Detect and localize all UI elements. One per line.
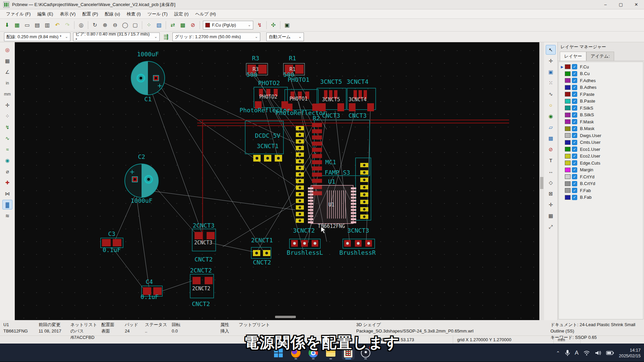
layer-row-eco1-user[interactable]: ✓Eco1.User: [559, 146, 643, 153]
layer-visibility-checkbox[interactable]: ✓: [572, 181, 577, 186]
ratsnest-visibility-icon[interactable]: ⁘: [2, 111, 12, 121]
layer-visibility-checkbox[interactable]: ✓: [572, 92, 577, 97]
menu-item-4[interactable]: 配線 (u): [101, 10, 123, 18]
layer-visibility-checkbox[interactable]: ✓: [572, 160, 577, 166]
layer-visibility-checkbox[interactable]: ✓: [572, 167, 577, 173]
layer-row-b-fab[interactable]: ✓B.Fab: [559, 194, 643, 201]
grid-select[interactable]: グリッド: 1.2700 mm (50.00 mils) ⌄: [172, 33, 260, 41]
layer-color-swatch[interactable]: [565, 140, 571, 145]
highlight-net-button[interactable]: ↯: [255, 20, 264, 30]
wifi-icon[interactable]: [583, 350, 590, 356]
cursor-shape-icon[interactable]: ✛: [2, 100, 12, 110]
menu-item-3[interactable]: 配置 (P): [79, 10, 101, 18]
layer-color-swatch[interactable]: [565, 64, 571, 69]
layer-row-f-silks[interactable]: ✓F.SilkS: [559, 105, 643, 112]
footprint-mode-button[interactable]: ⁘: [144, 20, 154, 30]
menu-item-1[interactable]: 編集 (E): [34, 10, 56, 18]
layer-row-f-mask[interactable]: ✓F.Mask: [559, 118, 643, 125]
dimension-tool-icon[interactable]: ↔: [546, 167, 556, 176]
layer-visibility-checkbox[interactable]: ✓: [572, 140, 577, 145]
menu-item-5[interactable]: 検査 (I): [123, 10, 144, 18]
layer-color-swatch[interactable]: [565, 188, 571, 193]
drc-button[interactable]: ⊘: [188, 20, 198, 30]
route-track-tool-icon[interactable]: ∿: [546, 89, 556, 99]
via-size-select[interactable]: ビア: 0.80 / 0.40 mm (31.5 / 15.7 mils) * …: [73, 33, 160, 41]
high-contrast-icon[interactable]: ▓: [2, 200, 12, 209]
layer-color-swatch[interactable]: [565, 168, 571, 172]
menu-item-8[interactable]: ヘルプ (H): [192, 10, 219, 18]
highlight-net-tool-icon[interactable]: ✛: [546, 56, 556, 66]
layer-row-dwgs-user[interactable]: ✓Dwgs.User: [559, 132, 643, 139]
layer-color-swatch[interactable]: [565, 106, 571, 110]
save-button[interactable]: ⬇: [2, 20, 12, 30]
layer-color-swatch[interactable]: [565, 195, 571, 200]
track-display-icon[interactable]: ⋈: [2, 189, 12, 198]
via-display-icon[interactable]: ◉: [2, 156, 12, 165]
layer-color-swatch[interactable]: [565, 71, 571, 76]
pad-display-icon[interactable]: ✚: [2, 178, 12, 187]
layer-row-f-adhes[interactable]: ✓F.Adhes: [559, 77, 643, 84]
layer-color-swatch[interactable]: [565, 78, 571, 83]
track-width-icon[interactable]: ⇶: [161, 32, 171, 42]
find-button[interactable]: ◎: [76, 20, 86, 30]
layer-row-b-adhes[interactable]: ✓B.Adhes: [559, 84, 643, 91]
route-differential-button[interactable]: ✣: [269, 20, 278, 30]
layer-selector[interactable]: F.Cu (PgUp)⌄: [203, 21, 253, 29]
canvas-vertical-scrollbar[interactable]: [539, 42, 544, 320]
layer-visibility-checkbox[interactable]: ✓: [572, 78, 577, 83]
layer-row-f-paste[interactable]: ✓F.Paste: [559, 91, 643, 98]
select-tool-icon[interactable]: ↖: [546, 45, 556, 55]
measure-tool-icon[interactable]: ⤢: [546, 222, 556, 232]
tab-layers[interactable]: レイヤー: [560, 52, 586, 61]
layer-row-b-mask[interactable]: ✓B.Mask: [559, 125, 643, 132]
layer-row-edge-cuts[interactable]: ✓Edge.Cuts: [559, 160, 643, 167]
zoom-out-button[interactable]: ⊖: [110, 20, 120, 30]
layer-visibility-checkbox[interactable]: ✓: [572, 71, 577, 76]
layer-visibility-checkbox[interactable]: ✓: [572, 119, 577, 124]
layer-color-swatch[interactable]: [565, 161, 571, 165]
layer-color-swatch[interactable]: [565, 92, 571, 97]
layer-visibility-checkbox[interactable]: ✓: [572, 105, 577, 111]
grid-origin-icon[interactable]: ▦: [546, 211, 556, 221]
circle-tool-icon[interactable]: ○: [546, 100, 556, 110]
pcb-canvas[interactable]: 1000uFC1C21000uFC30.1uFC40.1uFR3500R1500…: [15, 42, 539, 320]
3d-viewer-button[interactable]: ▣: [282, 20, 292, 30]
layer-visibility-checkbox[interactable]: ✓: [572, 188, 577, 193]
layer-visibility-checkbox[interactable]: ✓: [572, 85, 577, 90]
zoom-select[interactable]: 自動ズーム ⌄: [266, 33, 304, 41]
curved-ratsnest-icon[interactable]: ∿: [2, 133, 12, 143]
layer-color-swatch[interactable]: [565, 99, 571, 104]
layer-row-cmts-user[interactable]: ✓Cmts.User: [559, 139, 643, 146]
update-pcb-button[interactable]: ▩: [178, 20, 187, 30]
layer-color-swatch[interactable]: [565, 181, 571, 186]
track-width-select[interactable]: 配線: 0.250 mm (9.84 mils) * ⌄: [4, 33, 70, 41]
layer-row-margin[interactable]: ✓Margin: [559, 167, 643, 174]
tab-items[interactable]: アイテム:: [586, 52, 614, 61]
board-setup-button[interactable]: ▦: [12, 20, 22, 30]
layer-row-b-cu[interactable]: ✓B.Cu: [559, 70, 643, 77]
layer-row-eco2-user[interactable]: ✓Eco2.User: [559, 153, 643, 160]
drc-off-icon[interactable]: ◎: [2, 45, 12, 55]
zoom-selection-button[interactable]: ▢: [130, 20, 140, 30]
menu-item-0[interactable]: ファイル (F): [3, 10, 34, 18]
plot-button[interactable]: ▥: [43, 20, 52, 30]
via-tool-icon[interactable]: ◉: [546, 111, 556, 121]
layer-visibility-checkbox[interactable]: ✓: [572, 126, 577, 131]
zoom-fit-button[interactable]: ◯: [120, 20, 130, 30]
layer-color-swatch[interactable]: [565, 85, 571, 90]
text-tool-icon[interactable]: T: [546, 156, 556, 165]
print-button[interactable]: ▤: [33, 20, 42, 30]
close-button[interactable]: ✕: [629, 0, 644, 9]
refresh-button[interactable]: ↻: [90, 20, 100, 30]
pcb-drawing[interactable]: 1000uFC1C21000uFC30.1uFC40.1uFR3500R1500…: [15, 42, 539, 320]
layer-row-f-cu[interactable]: ▶✓F.Cu: [559, 63, 643, 70]
image-tool-icon[interactable]: ▣: [546, 67, 556, 77]
menu-item-7[interactable]: 設定 (r): [171, 10, 192, 18]
layer-visibility-checkbox[interactable]: ✓: [572, 174, 577, 179]
microphone-icon[interactable]: [565, 350, 570, 356]
layer-visibility-checkbox[interactable]: ✓: [572, 64, 577, 69]
layer-visibility-checkbox[interactable]: ✓: [572, 99, 577, 104]
layer-visibility-checkbox[interactable]: ✓: [572, 133, 577, 138]
traces-sketch-icon[interactable]: ≋: [2, 211, 12, 221]
layer-color-swatch[interactable]: [565, 154, 571, 159]
